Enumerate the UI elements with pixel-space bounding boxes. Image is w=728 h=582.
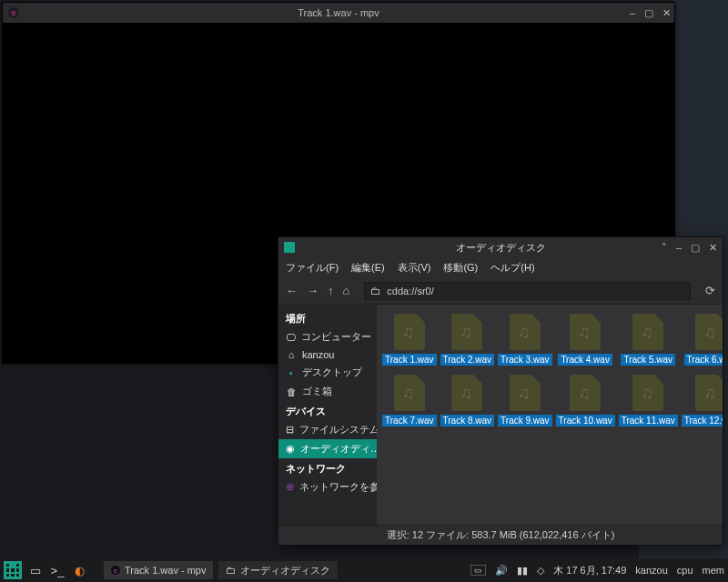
clock[interactable]: 木 17 6月, 17:49 [553, 564, 626, 577]
file-item[interactable]: ♫Track 9.wav [498, 375, 552, 426]
audio-file-icon: ♫ [695, 375, 723, 411]
menu-view[interactable]: 表示(V) [398, 261, 431, 275]
mem-monitor[interactable]: mem [703, 565, 724, 576]
audio-file-icon: ♫ [394, 314, 425, 350]
audio-file-icon: ♫ [510, 314, 541, 350]
fm-toolbar: ← → ↑ ⌂ cdda://sr0/ ⟳ [278, 277, 723, 305]
file-label: Track 12.wav [682, 415, 723, 426]
minimize-button[interactable]: – [630, 7, 635, 19]
sidebar-item-network[interactable]: ⊕ネットワークを参照 [278, 477, 377, 497]
file-manager-window: オーディオディスク ˄ – ▢ ✕ ファイル(F) 編集(E) 表示(V) 移動… [278, 236, 723, 546]
notification-icon[interactable]: ◇ [537, 565, 544, 577]
sidebar-item-label: ゴミ箱 [302, 385, 332, 398]
path-bar[interactable]: cdda://sr0/ [364, 282, 691, 300]
audio-file-icon: ♫ [451, 314, 482, 350]
sidebar-item-filesystem[interactable]: ⊟ファイルシステム [278, 420, 377, 439]
file-item[interactable]: ♫Track 10.wav [556, 375, 615, 426]
file-label: Track 4.wav [558, 354, 612, 366]
fm-sidebar: 場所 🖵コンピューター ⌂kanzou ▪デスクトップ 🗑ゴミ箱 デバイス ⊟フ… [278, 305, 377, 525]
fm-statusbar: 選択: 12 ファイル: 583.7 MiB (612,022,416 バイト) [278, 525, 723, 545]
nav-back-button[interactable]: ← [286, 284, 298, 297]
folder-icon [370, 285, 381, 297]
sidebar-item-label: kanzou [302, 349, 334, 360]
network-icon: ⊕ [286, 482, 294, 493]
maximize-button[interactable]: ▢ [644, 7, 653, 19]
roll-up-button[interactable]: ˄ [662, 242, 667, 254]
menu-go[interactable]: 移動(G) [443, 261, 478, 275]
folder-icon: 🗀 [226, 565, 236, 576]
mpv-app-icon: e [8, 7, 19, 18]
file-item[interactable]: ♫Track 4.wav [556, 314, 615, 366]
drive-icon: ⊟ [286, 425, 294, 436]
sidebar-item-computer[interactable]: 🖵コンピューター [278, 327, 377, 346]
file-item[interactable]: ♫Track 11.wav [619, 375, 678, 426]
sidebar-item-home[interactable]: ⌂kanzou [278, 346, 377, 363]
file-label: Track 8.wav [440, 415, 495, 426]
nav-forward-button[interactable]: → [307, 284, 318, 297]
network-tray-icon[interactable]: ▮▮ [517, 565, 528, 577]
file-label: Track 1.wav [382, 354, 437, 366]
fm-title: オーディオディスク [278, 241, 723, 255]
terminal-launcher[interactable]: >_ [49, 564, 66, 577]
mpv-title: Track 1.wav - mpv [3, 7, 674, 18]
sidebar-item-desktop[interactable]: ▪デスクトップ [278, 363, 377, 382]
fm-content-area[interactable]: ♫Track 1.wav♫Track 2.wav♫Track 3.wav♫Tra… [377, 305, 723, 525]
show-desktop-button[interactable]: ▭ [27, 564, 44, 577]
menu-file[interactable]: ファイル(F) [286, 261, 339, 275]
firefox-launcher[interactable]: ◐ [71, 564, 87, 577]
file-item[interactable]: ♫Track 2.wav [440, 314, 495, 366]
task-label: Track 1.wav - mpv [125, 565, 206, 576]
user-label[interactable]: kanzou [635, 565, 667, 576]
file-label: Track 3.wav [498, 354, 552, 366]
audio-file-icon: ♫ [695, 314, 723, 350]
nav-home-button[interactable]: ⌂ [343, 284, 350, 297]
file-item[interactable]: ♫Track 6.wav [682, 314, 723, 366]
mpv-titlebar[interactable]: e Track 1.wav - mpv – ▢ ✕ [3, 3, 674, 23]
path-text: cdda://sr0/ [387, 286, 433, 296]
audio-file-icon: ♫ [570, 314, 601, 350]
disc-icon: ◉ [286, 444, 295, 455]
taskbar-task-mpv[interactable]: e Track 1.wav - mpv [104, 561, 213, 579]
file-label: Track 11.wav [619, 415, 678, 426]
mpv-app-icon: e [111, 566, 120, 575]
maximize-button[interactable]: ▢ [691, 242, 700, 254]
start-menu-button[interactable] [4, 561, 22, 579]
sidebar-devices-head: デバイス [278, 401, 377, 420]
volume-icon[interactable]: 🔊 [495, 565, 508, 577]
desktop-icon: ▪ [286, 367, 297, 378]
task-label: オーディオディスク [240, 564, 330, 577]
trash-icon: 🗑 [286, 386, 297, 397]
fm-titlebar[interactable]: オーディオディスク ˄ – ▢ ✕ [278, 237, 723, 257]
sidebar-item-label: ネットワークを参照 [299, 480, 377, 494]
file-label: Track 5.wav [621, 354, 675, 366]
taskbar-task-filemanager[interactable]: 🗀 オーディオディスク [218, 561, 338, 579]
sidebar-network-head: ネットワーク [278, 458, 377, 477]
cpu-monitor[interactable]: cpu [677, 565, 693, 576]
file-label: Track 2.wav [440, 354, 495, 366]
file-item[interactable]: ♫Track 1.wav [382, 314, 437, 366]
file-label: Track 10.wav [556, 415, 615, 426]
file-item[interactable]: ♫Track 3.wav [498, 314, 552, 366]
nav-up-button[interactable]: ↑ [328, 284, 334, 297]
fm-menubar: ファイル(F) 編集(E) 表示(V) 移動(G) ヘルプ(H) [278, 257, 723, 277]
file-item[interactable]: ♫Track 8.wav [440, 375, 495, 426]
sidebar-item-trash[interactable]: 🗑ゴミ箱 [278, 382, 377, 401]
sidebar-item-label: オーディオディ… [300, 442, 377, 456]
audio-file-icon: ♫ [451, 375, 482, 411]
file-item[interactable]: ♫Track 5.wav [619, 314, 678, 366]
file-item[interactable]: ♫Track 7.wav [382, 375, 437, 426]
keyboard-layout-indicator[interactable]: ▭ [470, 565, 486, 576]
audio-file-icon: ♫ [570, 375, 601, 411]
close-button[interactable]: ✕ [709, 242, 717, 254]
refresh-button[interactable]: ⟳ [705, 284, 715, 297]
sidebar-item-audiodisc[interactable]: ◉オーディオディ…⏏ [278, 439, 377, 458]
file-label: Track 7.wav [382, 415, 437, 426]
close-button[interactable]: ✕ [662, 7, 671, 19]
taskbar: ▭ >_ ◐ e Track 1.wav - mpv 🗀 オーディオディスク ▭… [0, 558, 728, 582]
home-icon: ⌂ [286, 349, 297, 360]
menu-edit[interactable]: 編集(E) [351, 261, 385, 275]
file-item[interactable]: ♫Track 12.wav [682, 375, 723, 426]
menu-help[interactable]: ヘルプ(H) [490, 261, 534, 275]
minimize-button[interactable]: – [676, 242, 682, 254]
file-label: Track 6.wav [684, 354, 723, 366]
